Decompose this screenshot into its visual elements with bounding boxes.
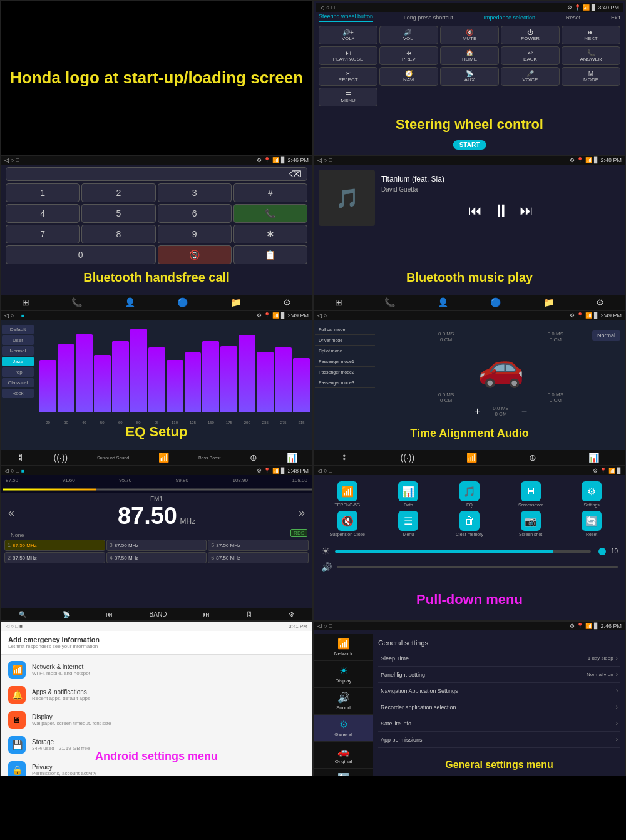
next-btn[interactable]: ⏭NEXT: [562, 26, 620, 44]
eq-mode-rock[interactable]: Rock: [2, 389, 34, 398]
back-icon[interactable]: ◁: [320, 4, 324, 11]
key-5[interactable]: 5: [81, 204, 155, 223]
playpause-btn[interactable]: ⏯PLAY/PAUSE: [319, 46, 377, 65]
radio-next-btn[interactable]: »: [299, 506, 305, 520]
pd-clearmem[interactable]: 🗑 Clear memory: [441, 511, 498, 536]
radio-band-btn[interactable]: BAND: [150, 611, 167, 618]
eq-bar-7[interactable]: 95: [148, 320, 165, 424]
pd-reset[interactable]: 🔄 Reset: [563, 511, 620, 536]
radio-search-icon[interactable]: 🔍: [19, 611, 26, 618]
back-icon3[interactable]: ◁: [317, 157, 322, 163]
rect-icon8[interactable]: □: [329, 623, 332, 629]
rect-icon5[interactable]: □: [329, 312, 332, 319]
nav-contacts2[interactable]: 👤: [438, 297, 448, 307]
gs-menu-general[interactable]: ⚙ General: [314, 715, 373, 742]
radio-settings-icon[interactable]: ⚙: [289, 611, 294, 618]
ta-copilot[interactable]: Cpilot mode: [315, 346, 375, 356]
vol-minus-btn[interactable]: 🔊-VOL-: [379, 26, 438, 44]
radio-prev-btn[interactable]: «: [8, 506, 14, 520]
gs-row-navigation[interactable]: Navigation Application Settings ›: [378, 683, 620, 699]
nav-btfile2[interactable]: 📁: [543, 297, 554, 307]
eq-nav-1[interactable]: 🎛: [16, 453, 24, 463]
back-icon7[interactable]: ◁: [317, 468, 322, 474]
eq-bar-11[interactable]: 175: [220, 320, 237, 424]
radio-eq-icon[interactable]: 🎛: [246, 611, 252, 618]
gs-row-apppermissions[interactable]: App permissions ›: [378, 732, 620, 748]
radio-antenna-icon[interactable]: 📡: [63, 611, 70, 618]
aux-btn[interactable]: 📡AUX: [440, 67, 499, 86]
back-icon4[interactable]: ◁: [4, 312, 9, 319]
nav-settings[interactable]: ⚙: [283, 297, 291, 307]
key-0[interactable]: 0: [6, 245, 156, 264]
preset-2[interactable]: 2 87.50 MHz: [4, 552, 105, 563]
key-9[interactable]: 9: [158, 225, 232, 243]
answer-btn[interactable]: 📞ANSWER: [562, 46, 620, 65]
rect-icon3[interactable]: □: [329, 157, 332, 163]
home-icon5[interactable]: ○: [324, 312, 327, 319]
ta-fullcar[interactable]: Full car mode: [315, 325, 375, 335]
nav-apps[interactable]: ⊞: [22, 297, 29, 307]
eq-bar-8[interactable]: 110: [167, 320, 183, 424]
eq-nav-3[interactable]: ⊕: [250, 453, 257, 463]
eq-mode-user[interactable]: User: [2, 335, 34, 345]
menu-btn[interactable]: ☰MENU: [319, 88, 377, 106]
eq-bar-3[interactable]: 40: [76, 320, 93, 424]
android-item-display[interactable]: 🖥 Display Wallpaper, screen timeout, fon…: [1, 707, 312, 732]
mute-btn[interactable]: 🔇MUTE: [440, 26, 499, 44]
gs-menu-sound[interactable]: 🔊 Sound: [314, 688, 373, 715]
preset-1[interactable]: 1 87.50 MHz: [4, 540, 105, 551]
vol-plus-btn[interactable]: 🔊+VOL+: [319, 26, 377, 44]
rect-icon4[interactable]: □: [16, 312, 19, 319]
eq-bar-9[interactable]: 125: [185, 320, 202, 424]
home-icon4[interactable]: ○: [11, 312, 14, 319]
ta-plus-btn[interactable]: +: [475, 406, 480, 417]
ta-minus-btn[interactable]: −: [521, 406, 527, 417]
ta-pass1[interactable]: Passenger mode1: [315, 357, 375, 367]
android-item-apps[interactable]: 🔔 Apps & notifications Recent apps, defa…: [1, 682, 312, 707]
preset-5[interactable]: 5 87.50 MHz: [208, 540, 309, 551]
gs-row-recorder[interactable]: Recorder application selection ›: [378, 699, 620, 715]
key-1[interactable]: 1: [6, 183, 80, 202]
nav-contacts[interactable]: 👤: [125, 297, 135, 307]
home-icon2[interactable]: ○: [11, 157, 14, 163]
brightness-knob[interactable]: [598, 548, 606, 555]
prev-track-btn[interactable]: ⏮: [468, 203, 482, 219]
home-icon7[interactable]: ○: [324, 468, 327, 474]
ta-driver[interactable]: Driver mode: [315, 335, 375, 346]
pd-data[interactable]: 📊 Data: [380, 481, 438, 507]
volume-slider[interactable]: [337, 566, 618, 568]
eq-bar-2[interactable]: 30: [58, 320, 74, 424]
eq-bar-6[interactable]: 80: [130, 320, 147, 424]
gs-row-sleep[interactable]: Sleep Time 1 day sleep ›: [378, 650, 620, 667]
eq-bar-14[interactable]: 275: [275, 320, 292, 424]
key-4[interactable]: 4: [6, 204, 80, 223]
home-icon3[interactable]: ○: [324, 157, 327, 163]
pd-wifi[interactable]: 📶 TERENO-5G: [319, 481, 376, 507]
preset-4[interactable]: 4 87.50 MHz: [106, 552, 207, 563]
recent-icon[interactable]: □: [331, 4, 334, 11]
reset-btn[interactable]: Reset: [566, 14, 581, 21]
ta-nav-1[interactable]: 🎛: [340, 453, 349, 463]
nav-settings2[interactable]: ⚙: [596, 297, 604, 307]
eq-mode-classical[interactable]: Classical: [2, 378, 34, 387]
pd-suspend[interactable]: 🔇 Suspension Close: [319, 511, 376, 536]
back-icon6[interactable]: ◁: [4, 468, 9, 474]
rect-icon6[interactable]: □: [16, 468, 19, 474]
radio-next-track[interactable]: ⏭: [203, 611, 210, 618]
eq-nav-4[interactable]: 📊: [287, 453, 297, 463]
prev-btn[interactable]: ⏮PREV: [379, 46, 438, 65]
home-icon[interactable]: ○: [326, 4, 329, 11]
back-icon2[interactable]: ◁: [4, 157, 9, 163]
eq-bar-5[interactable]: 60: [112, 320, 129, 424]
key-hash[interactable]: #: [233, 183, 307, 202]
eq-nav-surround[interactable]: ((·)): [54, 453, 68, 463]
key-3[interactable]: 3: [158, 183, 232, 202]
home-icon8[interactable]: ○: [324, 623, 327, 629]
eq-nav-bassboost[interactable]: 📶: [158, 453, 169, 463]
power-btn[interactable]: ⏻POWER: [501, 26, 560, 44]
gs-menu-display[interactable]: ☀ Display: [314, 661, 373, 688]
radio-prev-track[interactable]: ⏮: [106, 611, 113, 618]
ta-normal-dropdown[interactable]: Normal: [592, 329, 620, 340]
gs-row-satellite[interactable]: Satellite info ›: [378, 715, 620, 732]
ta-nav-5[interactable]: 📊: [588, 453, 599, 463]
